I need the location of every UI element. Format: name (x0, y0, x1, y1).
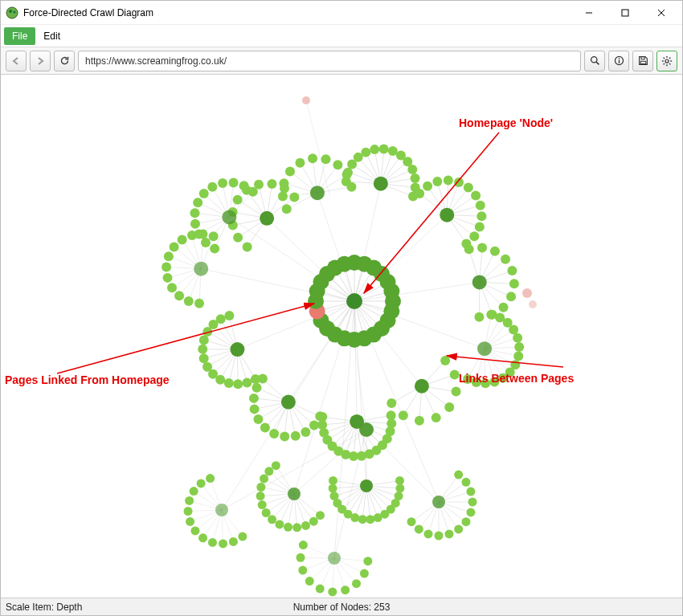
graph-node[interactable] (292, 523, 301, 532)
graph-node[interactable] (256, 483, 265, 492)
graph-node[interactable] (298, 566, 307, 575)
graph-node[interactable] (316, 511, 325, 520)
search-button[interactable] (584, 51, 605, 71)
graph-node[interactable] (280, 431, 289, 441)
graph-node[interactable] (190, 526, 199, 535)
graph-node[interactable] (466, 487, 475, 496)
graph-node[interactable] (256, 492, 265, 500)
graph-node[interactable] (208, 538, 217, 547)
graph-node[interactable] (264, 467, 273, 475)
graph-node[interactable] (268, 515, 276, 524)
graph-node[interactable] (163, 273, 173, 283)
graph-node[interactable] (253, 414, 263, 424)
graph-node[interactable] (218, 178, 227, 188)
graph-node[interactable] (202, 362, 212, 372)
graph-node[interactable] (288, 487, 301, 500)
graph-node[interactable] (513, 351, 523, 361)
graph-node[interactable] (454, 177, 464, 187)
graph-node[interactable] (444, 529, 453, 538)
graph-node[interactable] (194, 262, 208, 276)
graph-node[interactable] (395, 476, 404, 485)
info-button[interactable] (608, 51, 629, 71)
graph-node[interactable] (386, 398, 396, 408)
graph-node[interactable] (198, 533, 207, 542)
menu-edit[interactable]: Edit (35, 27, 68, 45)
graph-node[interactable] (209, 231, 219, 241)
graph-node[interactable] (190, 208, 199, 218)
graph-node[interactable] (444, 402, 454, 412)
graph-node[interactable] (506, 292, 516, 301)
graph-node[interactable] (360, 479, 373, 492)
diagram-canvas[interactable]: Homepage 'Node' Links Between Pages Page… (1, 76, 682, 598)
graph-node[interactable] (407, 165, 417, 174)
graph-node[interactable] (359, 422, 374, 437)
graph-node[interactable] (310, 186, 325, 200)
graph-node[interactable] (272, 461, 280, 470)
graph-node[interactable] (370, 145, 379, 154)
graph-node[interactable] (343, 168, 353, 177)
graph-node[interactable] (308, 153, 317, 163)
graph-node[interactable] (219, 539, 227, 548)
graph-node[interactable] (215, 504, 228, 516)
graph-node[interactable] (321, 154, 330, 164)
graph-node[interactable] (199, 189, 209, 198)
graph-node[interactable] (435, 532, 444, 541)
graph-node[interactable] (258, 500, 267, 509)
graph-node[interactable] (476, 201, 485, 210)
graph-node[interactable] (415, 379, 429, 394)
graph-node[interactable] (249, 394, 259, 403)
graph-node[interactable] (509, 324, 518, 334)
graph-node[interactable] (295, 158, 305, 168)
force-directed-graph[interactable] (1, 76, 682, 598)
graph-node[interactable] (363, 557, 372, 565)
graph-node[interactable] (243, 242, 252, 251)
graph-node[interactable] (379, 145, 389, 154)
graph-node[interactable] (206, 474, 215, 483)
graph-node[interactable] (178, 235, 187, 244)
graph-node[interactable] (197, 479, 206, 487)
graph-node[interactable] (352, 579, 361, 588)
graph-node[interactable] (216, 314, 226, 324)
graph-node[interactable] (472, 275, 487, 289)
graph-node[interactable] (301, 521, 310, 530)
graph-node[interactable] (190, 219, 200, 229)
graph-node[interactable] (315, 411, 325, 421)
graph-node[interactable] (242, 378, 252, 388)
graph-node[interactable] (281, 395, 296, 410)
settings-button[interactable] (656, 51, 677, 71)
graph-node[interactable] (471, 191, 481, 201)
graph-node[interactable] (499, 303, 509, 312)
graph-node[interactable] (424, 529, 433, 538)
graph-node[interactable] (454, 471, 463, 479)
graph-node[interactable] (278, 192, 288, 202)
graph-node[interactable] (302, 96, 310, 104)
graph-node[interactable] (475, 222, 485, 231)
graph-node[interactable] (164, 251, 174, 261)
graph-node[interactable] (224, 378, 234, 388)
graph-node[interactable] (262, 508, 271, 517)
graph-node[interactable] (346, 293, 362, 309)
refresh-button[interactable] (54, 51, 75, 71)
graph-node[interactable] (464, 244, 474, 254)
graph-node[interactable] (282, 204, 292, 214)
graph-node[interactable] (186, 517, 194, 526)
graph-node[interactable] (415, 524, 423, 533)
close-button[interactable] (643, 1, 679, 24)
graph-node[interactable] (229, 178, 239, 188)
nav-back-button[interactable] (6, 51, 27, 71)
graph-node[interactable] (269, 429, 279, 439)
graph-node[interactable] (251, 374, 260, 384)
graph-node[interactable] (477, 341, 492, 356)
graph-node[interactable] (360, 569, 369, 578)
graph-node[interactable] (299, 541, 308, 549)
graph-node[interactable] (474, 312, 484, 322)
graph-node[interactable] (415, 416, 424, 426)
graph-node[interactable] (167, 283, 177, 292)
graph-node[interactable] (305, 577, 314, 585)
graph-node[interactable] (239, 181, 249, 190)
graph-node[interactable] (328, 552, 341, 565)
graph-node[interactable] (193, 198, 202, 207)
graph-node[interactable] (229, 537, 238, 546)
minimize-button[interactable] (571, 1, 607, 24)
graph-node[interactable] (233, 195, 243, 205)
